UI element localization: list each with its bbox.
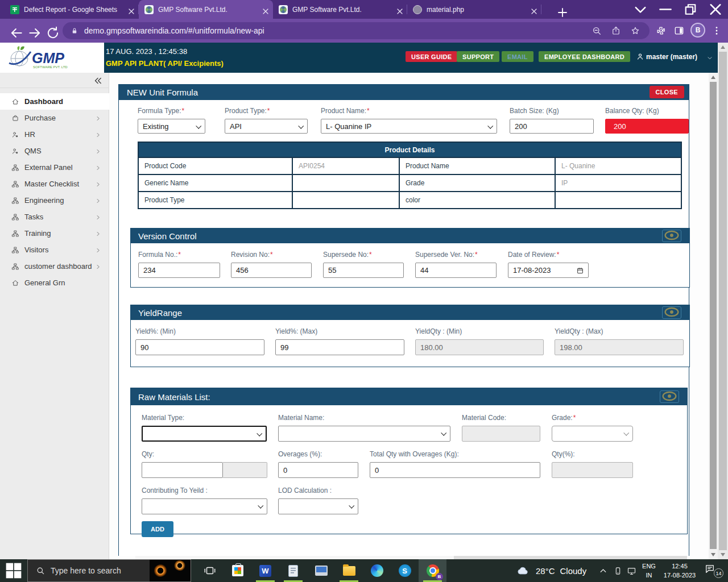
yield-range-visibility-button[interactable] [662, 306, 681, 319]
tab-close-icon[interactable] [259, 5, 268, 14]
sidebar-item-engineering[interactable]: Engineering [0, 192, 109, 209]
start-button[interactable] [0, 559, 27, 582]
batch-size-input[interactable]: 200 [510, 119, 594, 134]
supersede-no-input[interactable]: 55 [323, 263, 404, 278]
bookmark-star-icon[interactable] [630, 26, 640, 36]
address-bar[interactable]: demo.gmpsoftwareindia.com/#/unitformula/… [63, 22, 650, 39]
sidebar-item-customer-dashboard[interactable]: customer dashboard [0, 258, 109, 275]
taskbar-computer-button[interactable] [307, 559, 335, 582]
taskbar-edge-button[interactable] [363, 559, 391, 582]
qty-input[interactable] [142, 462, 223, 478]
content-scrollbar[interactable] [709, 73, 718, 559]
tray-phone-icon[interactable] [613, 566, 623, 576]
sidebar-item-dashboard[interactable]: Dashboard [0, 93, 109, 110]
taskbar-notepad-button[interactable] [279, 559, 307, 582]
weather-widget[interactable]: 28°C Cloudy [515, 559, 586, 582]
language-indicator[interactable]: ENG IN [640, 562, 657, 580]
sidebar-item-tasks[interactable]: Tasks [0, 209, 109, 225]
taskbar-word-button[interactable]: W [251, 559, 279, 582]
language-line1: ENG [640, 562, 657, 571]
taskbar-clock[interactable]: 12:45 17-08-2023 [660, 562, 700, 580]
header-info: 17 AUG. 2023 , 12:45:38 GMP API PLANT( A… [106, 47, 224, 68]
maximize-button[interactable] [678, 0, 703, 19]
sidebar-item-hr[interactable]: HR [0, 126, 109, 143]
employee-dashboard-button[interactable]: EMPLOYEE DASHBOARD [539, 51, 630, 62]
forward-button[interactable] [25, 23, 40, 38]
sidebar-collapse-icon[interactable] [93, 76, 103, 86]
close-button[interactable]: CLOSE [650, 86, 684, 98]
taskbar-chrome-button[interactable]: B [419, 559, 446, 582]
add-button[interactable]: ADD [142, 521, 173, 537]
taskbar-skype-button[interactable]: S [391, 559, 419, 582]
sidebar-item-master-checklist[interactable]: Master Checklist [0, 176, 109, 192]
browser-scrollbar[interactable] [718, 43, 728, 559]
product-type-select[interactable]: API [225, 119, 308, 134]
taskbar-store-button[interactable] [224, 559, 251, 582]
scroll-up-arrow[interactable] [711, 76, 715, 79]
product-name-select[interactable]: L- Quanine IP [321, 119, 497, 134]
support-button[interactable]: SUPPORT [457, 51, 499, 62]
user-guide-button[interactable]: USER GUIDE [406, 51, 457, 62]
url-text[interactable]: demo.gmpsoftwareindia.com/#/unitformula/… [84, 26, 592, 35]
sitemap-icon [11, 197, 19, 205]
notification-center[interactable]: 14 [704, 563, 723, 578]
tab-close-icon[interactable] [125, 5, 134, 14]
tab-list-chevron-icon[interactable] [628, 0, 653, 19]
email-button[interactable]: EMAIL [502, 51, 533, 62]
revision-no-input[interactable]: 456 [231, 263, 312, 278]
overages-input[interactable]: 0 [278, 462, 358, 478]
eye-icon [663, 303, 681, 323]
extensions-icon[interactable] [655, 25, 667, 36]
grade-select[interactable] [552, 426, 633, 442]
close-window-button[interactable] [703, 0, 728, 19]
browser-tab[interactable]: Defect Report - Google Sheets [5, 0, 139, 19]
total-qty-input[interactable]: 0 [370, 462, 540, 478]
date-of-review-input[interactable]: 17-08-2023 [508, 263, 589, 278]
scroll-down-arrow[interactable] [711, 553, 715, 556]
yield-max-input[interactable]: 99 [275, 339, 404, 355]
taskbar-search-input[interactable]: Type here to search [27, 559, 191, 582]
back-button[interactable] [7, 23, 22, 38]
side-panel-icon[interactable] [673, 25, 685, 36]
profile-avatar[interactable]: B [690, 23, 705, 38]
share-icon[interactable] [611, 26, 621, 36]
tray-network-icon[interactable] [627, 566, 636, 576]
scroll-up-arrow[interactable] [721, 45, 725, 49]
raw-materials-visibility-button[interactable] [660, 390, 679, 403]
tray-chevron-up-icon[interactable] [598, 566, 608, 576]
formula-no-input[interactable]: 234 [138, 263, 220, 278]
taskbar-file-explorer-button[interactable] [335, 559, 363, 582]
sidebar-item-external-panel[interactable]: External Panel [0, 159, 109, 176]
tab-close-icon[interactable] [528, 5, 537, 14]
formula-type-select[interactable]: Existing [138, 119, 205, 134]
contributing-to-yield-select[interactable] [142, 498, 267, 514]
new-tab-button[interactable] [553, 3, 566, 16]
version-control-visibility-button[interactable] [662, 230, 681, 242]
scroll-down-arrow[interactable] [721, 553, 725, 556]
lod-calculation-select[interactable] [278, 498, 358, 514]
tab-close-icon[interactable] [394, 5, 403, 14]
minimize-button[interactable] [653, 0, 678, 19]
sidebar-item-qms[interactable]: QMS [0, 143, 109, 159]
sidebar-item-general-grn[interactable]: General Grn [0, 275, 109, 291]
browser-tab[interactable]: GMP Software Pvt.Ltd. [273, 0, 407, 19]
menu-dots-icon[interactable] [711, 25, 722, 36]
browser-tab[interactable]: material.php [407, 0, 541, 19]
search-highlight-image[interactable] [150, 560, 191, 581]
calendar-icon[interactable] [576, 267, 584, 275]
material-type-select[interactable] [142, 426, 267, 442]
zoom-indicator-icon[interactable] [592, 26, 602, 36]
sidebar-item-visitors[interactable]: Visitors [0, 242, 109, 258]
browser-scrollbar-thumb[interactable] [719, 52, 727, 550]
user-menu[interactable]: master (master) [636, 52, 713, 61]
taskbar-task-view-button[interactable] [196, 559, 224, 582]
material-name-select[interactable] [278, 426, 450, 442]
supersede-ver-no-input[interactable]: 44 [415, 263, 497, 278]
sidebar-item-purchase[interactable]: Purchase [0, 110, 109, 126]
sidebar-item-training[interactable]: Training [0, 225, 109, 242]
reload-button[interactable] [43, 23, 58, 38]
browser-tab[interactable]: GMP Software Pvt.Ltd. [139, 0, 273, 19]
yield-min-input[interactable]: 90 [135, 339, 264, 355]
balance-qty-input[interactable]: 200 [605, 119, 689, 134]
content-scrollbar-thumb[interactable] [710, 82, 717, 549]
